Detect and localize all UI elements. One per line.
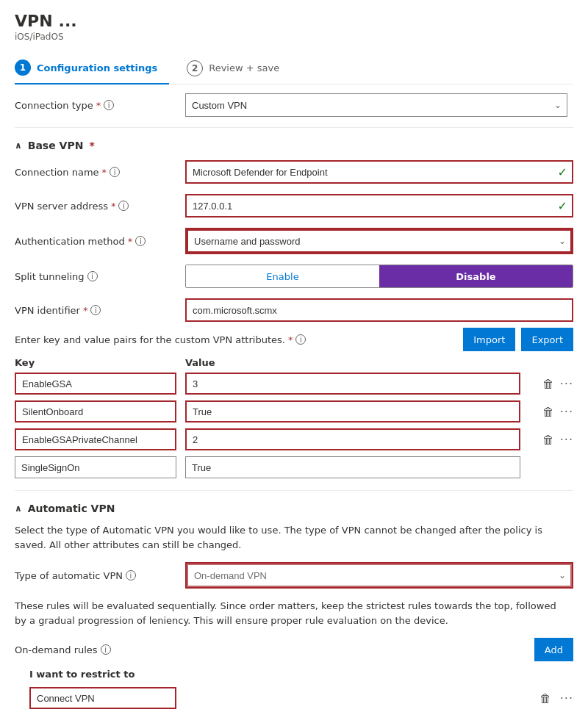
kv-row-1-actions: 🗑 ···: [529, 377, 573, 391]
base-vpn-label: Base VPN: [28, 140, 84, 151]
page-ellipsis[interactable]: ...: [59, 12, 77, 30]
kv-pairs-label-text: Enter key and value pairs for the custom…: [15, 334, 285, 345]
kv-row-1-value-col: [185, 373, 520, 395]
auto-vpn-type-row: Type of automatic VPN i On-demand VPN ⌄: [15, 562, 573, 589]
rules-desc-line2: by a gradual progression of leniency. Th…: [15, 615, 448, 626]
auto-vpn-desc-line1: Select the type of Automatic VPN you wou…: [15, 525, 542, 536]
page-title: VPN: [15, 12, 53, 30]
kv-row-2-delete-icon[interactable]: 🗑: [542, 405, 554, 419]
steps-nav: 1 Configuration settings 2 Review + save: [15, 54, 573, 84]
kv-row-3-delete-icon[interactable]: 🗑: [542, 433, 554, 447]
kv-row-3-key-col: [15, 428, 176, 450]
vpn-server-input[interactable]: [185, 194, 573, 217]
kv-row-1-key-input[interactable]: [15, 373, 176, 395]
base-vpn-required: *: [89, 140, 94, 151]
kv-row-2-key-col: [15, 400, 176, 422]
connection-name-required: *: [102, 167, 107, 178]
base-vpn-section-header[interactable]: ∧ Base VPN *: [15, 140, 573, 151]
auto-vpn-description: Select the type of Automatic VPN you wou…: [15, 523, 573, 552]
import-button[interactable]: Import: [463, 328, 515, 351]
connect-vpn-more-icon[interactable]: ···: [560, 691, 573, 705]
on-demand-rules-info-icon[interactable]: i: [101, 644, 111, 655]
auth-method-info-icon[interactable]: i: [135, 236, 146, 246]
split-tunneling-label: Split tunneling i: [15, 271, 176, 282]
on-demand-rules-label: On-demand rules i: [15, 644, 111, 655]
kv-pairs-info-icon[interactable]: i: [295, 334, 306, 345]
kv-row-1-more-icon[interactable]: ···: [560, 377, 573, 391]
vpn-identifier-info-icon[interactable]: i: [90, 305, 101, 315]
connection-type-label: Connection type * i: [15, 100, 176, 111]
connection-name-input[interactable]: [185, 160, 573, 184]
connection-type-row: Connection type * i Custom VPN ⌄: [15, 93, 573, 117]
export-button[interactable]: Export: [521, 328, 573, 351]
step-1-label: Configuration settings: [37, 62, 157, 73]
kv-row-1-key-col: [15, 373, 176, 395]
kv-row-2-value-input[interactable]: [185, 400, 520, 422]
vpn-server-valid-icon: ✓: [558, 199, 567, 213]
kv-row-3: 🗑 ···: [15, 428, 573, 450]
connection-type-select[interactable]: Custom VPN: [185, 93, 567, 117]
kv-row-2-actions: 🗑 ···: [529, 405, 573, 419]
kv-row-4-key-input[interactable]: [15, 456, 176, 478]
kv-pairs-required: *: [288, 334, 293, 345]
step-2-circle: 2: [187, 60, 203, 76]
kv-row-2-key-input[interactable]: [15, 400, 176, 422]
auth-method-label: Authentication method * i: [15, 236, 176, 247]
kv-row-2-more-icon[interactable]: ···: [560, 405, 573, 419]
kv-row-3-key-input[interactable]: [15, 428, 176, 450]
kv-row-3-more-icon[interactable]: ···: [560, 433, 573, 447]
vpn-server-label: VPN server address * i: [15, 201, 176, 212]
automatic-vpn-content: Select the type of Automatic VPN you wou…: [15, 523, 573, 709]
split-tunneling-disable[interactable]: Disable: [379, 265, 573, 287]
split-tunneling-toggle[interactable]: Enable Disable: [185, 265, 573, 288]
on-demand-rules-description: These rules will be evaluated sequential…: [15, 599, 573, 628]
vpn-identifier-label: VPN identifier * i: [15, 305, 176, 316]
vpn-server-control: ✓: [185, 194, 573, 217]
page-subtitle: iOS/iPadOS: [15, 32, 573, 42]
on-demand-rules-text: On-demand rules: [15, 644, 98, 655]
step-1[interactable]: 1 Configuration settings: [15, 54, 169, 84]
connection-name-text: Connection name: [15, 167, 99, 178]
automatic-vpn-section-header[interactable]: ∧ Automatic VPN: [15, 503, 573, 514]
vpn-identifier-control: [185, 298, 573, 322]
kv-row-3-value-input[interactable]: [185, 428, 520, 450]
kv-row-1-delete-icon[interactable]: 🗑: [542, 377, 554, 391]
vpn-server-row: VPN server address * i ✓: [15, 194, 573, 217]
kv-col-value-header: Value: [185, 357, 573, 368]
connect-vpn-input[interactable]: [29, 687, 176, 709]
kv-pairs-label: Enter key and value pairs for the custom…: [15, 334, 306, 345]
kv-row-4-value-input[interactable]: [185, 456, 520, 478]
rules-desc-line1: These rules will be evaluated sequential…: [15, 600, 556, 611]
kv-table: Key Value 🗑 ···: [15, 357, 573, 478]
auto-vpn-type-select[interactable]: On-demand VPN: [187, 564, 572, 587]
kv-row-2-value-col: [185, 400, 520, 422]
kv-col-key-header: Key: [15, 357, 176, 368]
vpn-identifier-input[interactable]: [185, 298, 573, 322]
kv-row-2: 🗑 ···: [15, 400, 573, 422]
auto-vpn-type-info-icon[interactable]: i: [126, 570, 136, 580]
step-1-circle: 1: [15, 60, 31, 76]
kv-row-1: 🗑 ···: [15, 373, 573, 395]
add-on-demand-rule-button[interactable]: Add: [534, 638, 573, 661]
split-tunneling-enable[interactable]: Enable: [186, 265, 379, 287]
on-demand-rules-row: On-demand rules i Add: [15, 638, 573, 661]
vpn-identifier-row: VPN identifier * i: [15, 298, 573, 322]
connect-vpn-delete-icon[interactable]: 🗑: [539, 691, 551, 705]
connection-name-control: ✓: [185, 160, 573, 184]
automatic-vpn-label: Automatic VPN: [28, 503, 115, 514]
step-2[interactable]: 2 Review + save: [187, 54, 291, 84]
auto-vpn-type-text: Type of automatic VPN: [15, 570, 123, 581]
auto-vpn-type-label: Type of automatic VPN i: [15, 570, 176, 581]
auto-vpn-desc-line2: saved. All other attributes can still be…: [15, 539, 242, 550]
connection-type-info-icon[interactable]: i: [104, 100, 114, 110]
auth-method-row: Authentication method * i Username and p…: [15, 228, 573, 254]
vpn-server-text: VPN server address: [15, 201, 108, 212]
connection-type-text: Connection type: [15, 100, 93, 111]
auto-vpn-type-select-wrapper: On-demand VPN ⌄: [185, 562, 573, 589]
kv-row-1-value-input[interactable]: [185, 373, 520, 395]
split-tunneling-info-icon[interactable]: i: [87, 271, 98, 281]
connection-name-info-icon[interactable]: i: [110, 167, 120, 177]
auth-method-select[interactable]: Username and password: [187, 229, 572, 253]
auth-method-text: Authentication method: [15, 236, 125, 247]
vpn-server-info-icon[interactable]: i: [118, 201, 129, 211]
